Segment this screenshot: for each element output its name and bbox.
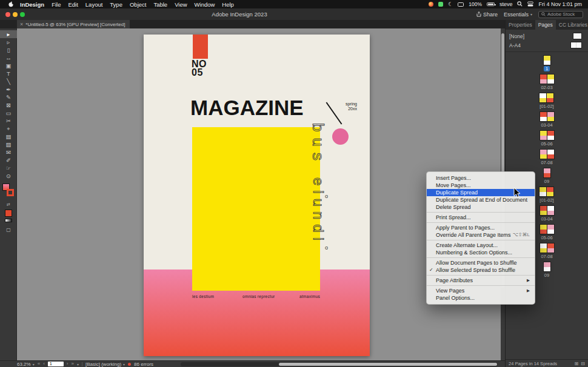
next-page-button[interactable]: ›: [67, 361, 68, 367]
gradient-feather-tool[interactable]: ▨: [0, 141, 17, 148]
moon-icon[interactable]: ☾: [448, 1, 453, 7]
menu-item-override-all-parent-page-items[interactable]: Override All Parent Page Items ⌥⇧⌘L: [427, 231, 535, 239]
menu-table[interactable]: Table: [150, 1, 171, 8]
content-collector-tool[interactable]: ▣: [0, 62, 17, 70]
scrollbar-thumb[interactable]: [279, 363, 497, 366]
pages-panel-spread[interactable]: 09: [543, 262, 551, 278]
page-thumbnail[interactable]: [547, 149, 555, 159]
parent-page-none[interactable]: [None]: [506, 31, 588, 41]
tab-properties[interactable]: Properties: [506, 20, 535, 30]
footer-text-3[interactable]: atmaximus: [299, 294, 320, 299]
stroke-color-swatch[interactable]: [7, 189, 14, 196]
apply-color-button[interactable]: [5, 210, 12, 217]
horizontal-scrollbar[interactable]: [181, 362, 498, 366]
menu-item-delete-spread[interactable]: Delete Spread: [427, 203, 535, 211]
parent-page-thumbnail[interactable]: [570, 42, 582, 48]
menu-indesign[interactable]: InDesign: [16, 1, 48, 8]
menu-item-move-pages[interactable]: Move Pages...: [427, 182, 535, 189]
page-thumbnail[interactable]: [547, 130, 555, 141]
close-tab-icon[interactable]: ×: [20, 22, 23, 27]
tab-pages[interactable]: Pages: [535, 20, 556, 30]
footer-text-1[interactable]: les destium: [192, 294, 214, 299]
gap-tool[interactable]: ↔: [0, 54, 17, 62]
fast-user-switch-label[interactable]: steve: [499, 1, 513, 7]
menu-item-create-alternate-layout[interactable]: Create Alternate Layout...: [427, 242, 535, 249]
page-thumbnail[interactable]: [547, 224, 555, 234]
tab-cc-libraries[interactable]: CC Libraries: [556, 20, 588, 30]
pen-tool[interactable]: ✒: [0, 85, 17, 93]
pages-panel-spread[interactable]: 03-04: [539, 111, 554, 128]
pages-panel-spread[interactable]: [01-02]: [538, 93, 555, 109]
type-tool[interactable]: T: [0, 70, 17, 78]
menu-item-print-spread[interactable]: Print Spread...: [427, 214, 535, 221]
delete-page-icon[interactable]: ⊟: [581, 361, 585, 366]
rectangle-tool[interactable]: ▭: [0, 109, 17, 117]
page-thumbnail[interactable]: [547, 243, 555, 253]
zoom-tool[interactable]: ⊙: [0, 172, 17, 180]
parent-page-thumbnail[interactable]: [573, 33, 582, 39]
spotlight-icon[interactable]: [517, 1, 523, 8]
menu-item-page-attributes[interactable]: Page Attributes ▶: [427, 277, 535, 284]
screen-mode-button[interactable]: ▢: [0, 227, 17, 233]
issue-accent-rect[interactable]: [193, 35, 208, 59]
clock-label[interactable]: Fri 4 Nov 1:01 pm: [538, 1, 582, 7]
messages-icon[interactable]: [438, 2, 443, 7]
page-thumbnail[interactable]: [546, 187, 554, 197]
page-thumbnail[interactable]: [543, 168, 551, 178]
note-tool[interactable]: ✉: [0, 148, 17, 156]
pages-panel-spread[interactable]: [01-02]: [538, 187, 555, 203]
direct-selection-tool[interactable]: ▹: [0, 38, 17, 46]
pages-panel-spread[interactable]: 1: [543, 55, 551, 71]
page-thumbnail[interactable]: [543, 262, 551, 272]
display-icon[interactable]: [458, 2, 464, 7]
swap-fill-stroke-icon[interactable]: ⇄: [0, 202, 17, 208]
adobe-stock-search-input[interactable]: Adobe Stock: [538, 11, 583, 18]
eyedropper-tool[interactable]: ✐: [0, 156, 17, 164]
preflight-profile-dropdown[interactable]: [Basic] (working) ▾: [85, 362, 125, 367]
menu-item-insert-pages[interactable]: Insert Pages...: [427, 174, 535, 182]
preflight-errors-label[interactable]: 86 errors: [134, 362, 153, 367]
page-thumbnail[interactable]: [543, 55, 551, 65]
menu-item-duplicate-spread-at-end[interactable]: Duplicate Spread at End of Document: [427, 196, 535, 203]
battery-icon[interactable]: [487, 2, 495, 6]
masthead-frame[interactable]: MAGAZINE: [190, 96, 304, 119]
menu-item-view-pages[interactable]: View Pages ▶: [427, 287, 535, 294]
footer-text-2[interactable]: omnias reprectur: [242, 294, 275, 299]
scissors-tool[interactable]: ✂: [0, 117, 17, 125]
page-thumbnail[interactable]: [547, 111, 555, 122]
page-tool[interactable]: ▯: [0, 46, 17, 54]
page-thumbnail[interactable]: [547, 74, 555, 84]
apply-gradient-button[interactable]: [5, 219, 12, 222]
share-button[interactable]: Share: [476, 12, 498, 18]
control-center-icon[interactable]: [527, 1, 533, 8]
yellow-rect-frame[interactable]: [192, 127, 320, 291]
pages-panel-spread[interactable]: 03-04: [539, 205, 554, 222]
gradient-swatch-tool[interactable]: ▤: [0, 133, 17, 141]
page-menu-chevron-icon[interactable]: ▾: [77, 362, 79, 366]
pages-panel-spread[interactable]: 07-08: [539, 243, 554, 259]
menu-object[interactable]: Object: [126, 1, 150, 8]
pages-panel-spread[interactable]: 05-06: [539, 224, 554, 240]
first-page-button[interactable]: «: [38, 361, 40, 367]
menu-item-apply-parent-to-pages[interactable]: Apply Parent to Pages...: [427, 224, 535, 231]
selection-tool[interactable]: ▸: [0, 30, 17, 38]
line-tool[interactable]: ╲: [0, 78, 17, 85]
page-thumbnail[interactable]: [546, 93, 554, 103]
pages-panel-spread[interactable]: 07-08: [539, 149, 554, 165]
parent-page-a-a4[interactable]: A-A4: [506, 41, 588, 50]
status-dot-icon[interactable]: [429, 2, 433, 7]
menu-view[interactable]: View: [171, 1, 190, 8]
menu-layout[interactable]: Layout: [82, 1, 107, 8]
free-transform-tool[interactable]: ⌖: [0, 125, 17, 133]
menu-help[interactable]: Help: [218, 1, 238, 8]
vertical-headline-frame[interactable]: bus eiundi: [309, 123, 327, 299]
menu-item-numbering-section-options[interactable]: Numbering & Section Options...: [427, 249, 535, 256]
zoom-level-dropdown[interactable]: 63.2% ▾: [17, 362, 35, 367]
rectangle-frame-tool[interactable]: ⊠: [0, 101, 17, 109]
pink-circle-frame[interactable]: [332, 128, 349, 145]
pages-panel-spread[interactable]: 02-03: [539, 74, 554, 90]
page-number-input[interactable]: 1: [48, 362, 64, 366]
apple-menu-icon[interactable]: [6, 1, 16, 7]
season-text-frame[interactable]: spring 20xx: [339, 102, 357, 111]
new-spread-icon[interactable]: ⊞: [575, 361, 579, 366]
